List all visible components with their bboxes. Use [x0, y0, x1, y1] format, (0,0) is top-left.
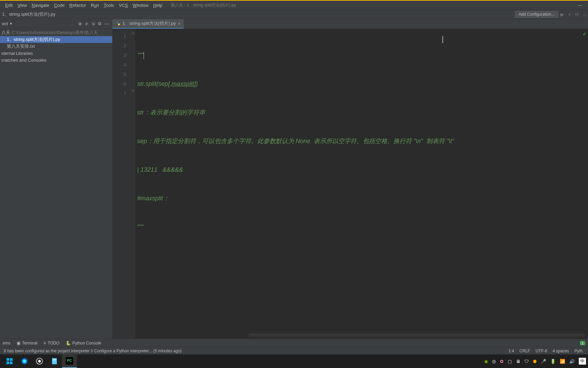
python-icon: 🐍: [66, 341, 71, 346]
menu-refactor[interactable]: Refactor: [67, 3, 88, 8]
tray-security-icon[interactable]: 🛡: [523, 359, 530, 364]
tray-obs-icon[interactable]: ◎: [491, 359, 497, 364]
svg-rect-3: [10, 358, 13, 361]
project-tree: 八天 C:\Users\Administrator\Desktop\课件\第八天…: [0, 29, 112, 64]
file-label: 1、string.split方法(切片).py: [7, 36, 60, 43]
taskbar-pycharm[interactable]: PC: [62, 354, 77, 368]
indent-setting[interactable]: 4 spaces: [550, 349, 572, 353]
code-content[interactable]: """ str.split(sep[,maxsplit]) str：表示要分割的…: [135, 29, 588, 339]
close-tab-icon[interactable]: ×: [178, 21, 181, 26]
tray-battery-icon[interactable]: 🔋: [549, 359, 557, 364]
inspection-ok-icon[interactable]: ✔: [583, 31, 587, 37]
fold-start-icon[interactable]: ⊟: [131, 31, 135, 41]
tree-file[interactable]: 第八天安排.txt: [0, 43, 112, 50]
taskbar-obs[interactable]: [32, 354, 47, 368]
project-label[interactable]: ect: [2, 21, 8, 26]
start-button[interactable]: [2, 354, 17, 368]
tab-label: 1、string.split方法(切片).py: [122, 20, 176, 27]
tree-scratches[interactable]: cratches and Consoles: [0, 57, 112, 63]
svg-rect-1: [118, 24, 120, 25]
project-sidebar: ect ▼ ⊕ ≑ ⇲ ⚙ — 八天 C:\Users\Administrato…: [0, 19, 112, 339]
editor-tab-active[interactable]: 1、string.split方法(切片).py ×: [112, 19, 184, 29]
file-label: 第八天安排.txt: [7, 43, 35, 49]
svg-rect-11: [53, 359, 56, 360]
fold-end-icon[interactable]: ⊟: [131, 89, 135, 98]
tray-wifi-icon[interactable]: 📶: [558, 359, 567, 364]
caret-position[interactable]: 1:4: [506, 349, 517, 353]
file-encoding[interactable]: UTF-8: [533, 349, 550, 353]
tree-root[interactable]: 八天 C:\Users\Administrator\Desktop\课件\第八天: [0, 29, 112, 36]
list-icon: ≡: [44, 341, 46, 346]
coverage-icon[interactable]: ⟳: [573, 12, 581, 17]
svg-rect-2: [6, 358, 9, 361]
terminal-icon: ▣: [17, 341, 20, 346]
folder-label: 八天: [1, 30, 10, 36]
expand-icon[interactable]: ≑: [83, 21, 90, 26]
menu-edit[interactable]: Edit: [3, 3, 15, 8]
tray-touchpad-icon[interactable]: ▢: [506, 359, 513, 364]
tray-bluetooth-icon[interactable]: ⬢: [532, 359, 538, 364]
navigation-bar: 1、string.split方法(切片).py Add Configuratio…: [0, 10, 588, 19]
tree-file-selected[interactable]: 1、string.split方法(切片).py: [0, 36, 112, 43]
terminal-tool[interactable]: ▣Terminal: [17, 341, 37, 346]
svg-rect-4: [6, 362, 9, 364]
minimize-button[interactable]: —: [575, 2, 585, 8]
editor-tabs: 1、string.split方法(切片).py ×: [112, 19, 588, 29]
menu-window[interactable]: Window: [130, 3, 151, 8]
collapse-icon[interactable]: ⇲: [90, 21, 96, 26]
locate-icon[interactable]: ⊕: [77, 21, 83, 26]
text-caret: [144, 52, 144, 59]
svg-point-9: [38, 360, 41, 363]
code-editor[interactable]: 1 2 3 4 5 6 7 ⊟ ⊟ """ str.split(sep[,max…: [112, 29, 588, 339]
main-area: ect ▼ ⊕ ≑ ⇲ ⚙ — 八天 C:\Users\Administrato…: [0, 19, 588, 339]
svg-text:PC: PC: [67, 359, 72, 363]
ime-indicator[interactable]: 中: [579, 358, 586, 365]
menu-help[interactable]: Help: [151, 3, 165, 8]
breadcrumb[interactable]: 1、string.split方法(切片).py: [0, 11, 58, 17]
svg-point-7: [23, 359, 26, 363]
menu-view[interactable]: View: [15, 3, 29, 8]
debug-icon[interactable]: ⌖: [566, 12, 573, 17]
fold-strip: ⊟ ⊟: [131, 29, 135, 339]
menu-navigate[interactable]: Navigate: [29, 3, 51, 8]
interpreter[interactable]: Pyth: [572, 349, 585, 353]
search-icon[interactable]: ⌕: [581, 12, 588, 17]
menu-tools[interactable]: Tools: [101, 3, 116, 8]
tray-volume-icon[interactable]: 🔊: [568, 359, 576, 364]
menu-run[interactable]: Run: [88, 3, 101, 8]
system-tray: ◉ ◎ ✿ ▢ 🖥 🛡 ⬢ 🎤 🔋 📶 🔊 中: [483, 358, 586, 365]
scratch-label: cratches and Consoles: [1, 58, 46, 63]
taskbar-edge[interactable]: [17, 354, 32, 368]
add-configuration-button[interactable]: Add Configuration...: [515, 11, 558, 18]
tray-flower-icon[interactable]: ✿: [499, 359, 505, 364]
folder-path: C:\Users\Administrator\Desktop\课件\第八天: [12, 30, 98, 36]
menu-bar: Edit View Navigate Code Refactor Run Too…: [0, 0, 588, 10]
python-file-icon: [116, 21, 120, 26]
tray-mic-icon[interactable]: 🎤: [539, 359, 548, 364]
gear-icon[interactable]: ⚙: [96, 21, 103, 26]
tray-monitor-icon[interactable]: 🖥: [514, 359, 522, 364]
event-badge[interactable]: 1: [580, 341, 585, 345]
editor-area: 1、string.split方法(切片).py × 1 2 3 4 5 6 7 …: [112, 19, 588, 339]
window-title: 第八天 - 1、string.split方法(切片).py: [171, 2, 236, 8]
bottom-tool-bar: ems ▣Terminal ≡TODO 🐍Python Console 1: [0, 339, 588, 347]
status-bar: .8 has been configured as the project in…: [0, 347, 588, 354]
line-separator[interactable]: CRLF: [517, 349, 533, 353]
status-message[interactable]: .8 has been configured as the project in…: [3, 349, 182, 353]
windows-taskbar: PC ◉ ◎ ✿ ▢ 🖥 🛡 ⬢ 🎤 🔋 📶 🔊 中: [0, 354, 588, 368]
tree-external-libs[interactable]: xternal Libraries: [0, 50, 112, 57]
run-icon[interactable]: ▶: [558, 12, 566, 17]
menu-code[interactable]: Code: [52, 3, 67, 8]
menu-vcs[interactable]: VCS: [116, 3, 130, 8]
problems-tool[interactable]: ems: [3, 341, 11, 346]
python-console-tool[interactable]: 🐍Python Console: [66, 341, 101, 346]
tray-nvidia-icon[interactable]: ◉: [483, 359, 489, 364]
chevron-down-icon[interactable]: ▼: [9, 22, 13, 26]
horizontal-scrollbar[interactable]: [248, 333, 585, 337]
taskbar-notepad[interactable]: [47, 354, 62, 368]
hide-icon[interactable]: —: [103, 21, 110, 26]
ext-label: xternal Libraries: [1, 51, 33, 56]
svg-rect-0: [116, 22, 118, 24]
todo-tool[interactable]: ≡TODO: [44, 341, 59, 346]
svg-rect-5: [10, 362, 13, 364]
